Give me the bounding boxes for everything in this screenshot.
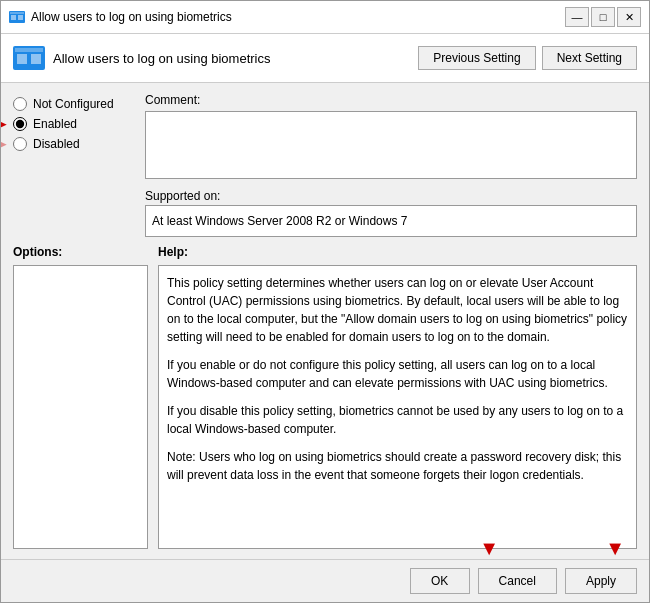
- top-section: Not Configured ➤ Enabled ➤ Disabled Comm…: [13, 93, 637, 237]
- svg-rect-1: [10, 12, 24, 14]
- help-paragraph: If you enable or do not configure this p…: [167, 356, 628, 392]
- close-button[interactable]: ✕: [617, 7, 641, 27]
- title-bar-controls: — □ ✕: [565, 7, 641, 27]
- svg-rect-2: [11, 15, 16, 20]
- header-icon: [13, 42, 45, 74]
- help-paragraph: Note: Users who log on using biometrics …: [167, 448, 628, 484]
- options-pane: Options:: [13, 245, 148, 549]
- disabled-arrow-indicator: ➤: [1, 135, 6, 154]
- help-paragraph: If you disable this policy setting, biom…: [167, 402, 628, 438]
- header-buttons: Previous Setting Next Setting: [418, 46, 637, 70]
- comment-section: Comment: Supported on: At least Windows …: [145, 93, 637, 237]
- middle-section: Options: Help: This policy setting deter…: [13, 245, 637, 549]
- help-paragraph: This policy setting determines whether u…: [167, 274, 628, 346]
- enabled-arrow-indicator: ➤: [1, 115, 6, 134]
- maximize-button[interactable]: □: [591, 7, 615, 27]
- previous-setting-button[interactable]: Previous Setting: [418, 46, 535, 70]
- help-label: Help:: [158, 245, 637, 259]
- help-pane: Help: This policy setting determines whe…: [158, 245, 637, 549]
- supported-label: Supported on:: [145, 189, 637, 203]
- next-setting-button[interactable]: Next Setting: [542, 46, 637, 70]
- apply-button[interactable]: Apply: [565, 568, 637, 594]
- svg-rect-6: [17, 54, 27, 64]
- supported-section: Supported on: At least Windows Server 20…: [145, 189, 637, 237]
- apply-arrow-icon: ▼: [605, 537, 625, 560]
- options-label: Options:: [13, 245, 148, 259]
- svg-rect-3: [18, 15, 23, 20]
- enabled-radio[interactable]: [13, 117, 27, 131]
- dialog-window: Allow users to log on using biometrics —…: [0, 0, 650, 603]
- header-title-row: Allow users to log on using biometrics: [13, 42, 271, 74]
- not-configured-radio[interactable]: [13, 97, 27, 111]
- title-bar: Allow users to log on using biometrics —…: [1, 1, 649, 34]
- dialog-body: Not Configured ➤ Enabled ➤ Disabled Comm…: [1, 83, 649, 559]
- comment-textarea[interactable]: [145, 111, 637, 179]
- header-title-text: Allow users to log on using biometrics: [53, 51, 271, 66]
- header-bar: Allow users to log on using biometrics P…: [1, 34, 649, 83]
- ok-arrow-icon: ▼: [479, 537, 499, 560]
- footer: ▼ ▼ OK Cancel Apply: [1, 559, 649, 602]
- svg-rect-5: [15, 48, 43, 52]
- comment-label: Comment:: [145, 93, 637, 107]
- supported-value: At least Windows Server 2008 R2 or Windo…: [145, 205, 637, 237]
- not-configured-option[interactable]: Not Configured: [13, 97, 133, 111]
- radio-group: Not Configured ➤ Enabled ➤ Disabled: [13, 93, 133, 151]
- options-content: [13, 265, 148, 549]
- cancel-button[interactable]: Cancel: [478, 568, 557, 594]
- ok-button[interactable]: OK: [410, 568, 470, 594]
- help-content[interactable]: This policy setting determines whether u…: [158, 265, 637, 549]
- enabled-label: Enabled: [33, 117, 77, 131]
- svg-rect-7: [31, 54, 41, 64]
- minimize-button[interactable]: —: [565, 7, 589, 27]
- title-bar-text: Allow users to log on using biometrics: [31, 10, 559, 24]
- disabled-radio[interactable]: [13, 137, 27, 151]
- dialog-icon: [9, 9, 25, 25]
- disabled-label: Disabled: [33, 137, 80, 151]
- enabled-option[interactable]: ➤ Enabled: [13, 117, 133, 131]
- not-configured-label: Not Configured: [33, 97, 114, 111]
- disabled-option[interactable]: ➤ Disabled: [13, 137, 133, 151]
